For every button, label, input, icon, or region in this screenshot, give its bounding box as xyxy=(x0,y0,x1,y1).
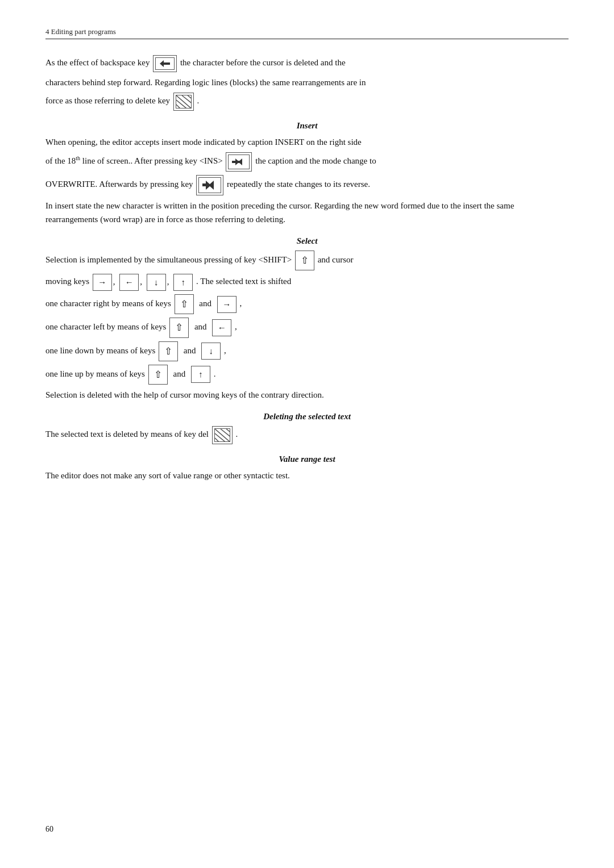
header-text: 4 Editing part programs xyxy=(45,27,116,36)
arrow-down-key-1: ↓ xyxy=(147,274,166,291)
svg-rect-10 xyxy=(202,183,206,186)
arrow-right-key-2: → xyxy=(217,296,237,313)
page-header: 4 Editing part programs xyxy=(45,27,569,39)
insert-para4: In insert state the new character is wri… xyxy=(45,199,569,226)
svg-line-3 xyxy=(188,95,191,100)
deleting-section: Deleting the selected text The selected … xyxy=(45,412,569,444)
select-line4: one line up by means of keys ⇧ and ↑ . xyxy=(45,365,569,385)
deleting-title: Deleting the selected text xyxy=(45,412,569,422)
arrow-left-key-1: ← xyxy=(119,274,139,291)
page-number: 60 xyxy=(45,825,53,834)
svg-rect-9 xyxy=(238,161,242,163)
insert-para2: of the 18th line of screen.. After press… xyxy=(45,152,569,172)
select-line2: one character left by means of keys ⇧ an… xyxy=(45,318,569,337)
deleting-para: The selected text is deleted by means of… xyxy=(45,426,569,444)
svg-line-5 xyxy=(176,105,182,108)
arrow-up-key-2: ↑ xyxy=(191,366,210,383)
insert-title: Insert xyxy=(45,121,569,131)
shift-key-4: ⇧ xyxy=(159,341,178,361)
insert-para3: OVERWRITE. Afterwards by pressing key re… xyxy=(45,175,569,195)
svg-marker-0 xyxy=(160,60,170,67)
delete-crosshatch-icon-2 xyxy=(215,429,230,441)
insert-section: Insert When opening, the editor accepts … xyxy=(45,121,569,226)
select-title: Select xyxy=(45,236,569,246)
select-line3: one line down by means of keys ⇧ and ↓ , xyxy=(45,341,569,361)
superscript-th: th xyxy=(76,155,80,161)
select-section: Select Selection is implemented by the s… xyxy=(45,236,569,402)
arrow-down-key-2: ↓ xyxy=(201,343,221,360)
delete-key xyxy=(173,93,194,111)
shift-key-5: ⇧ xyxy=(148,365,168,385)
select-last-para: Selection is deleted with the help of cu… xyxy=(45,388,569,402)
backspace-key xyxy=(153,55,177,72)
overwrite-key xyxy=(196,175,223,195)
arrow-right-key-1: → xyxy=(93,274,112,291)
shift-key-2: ⇧ xyxy=(175,294,194,314)
backspace-arrow-icon xyxy=(159,59,171,68)
delete-key-2 xyxy=(212,426,233,444)
ins-arrow-icon xyxy=(231,156,246,168)
svg-rect-6 xyxy=(232,161,235,163)
overwrite-arrow-icon xyxy=(202,179,218,191)
select-line1: one character right by means of keys ⇧ a… xyxy=(45,294,569,314)
insert-para1: When opening, the editor accepts insert … xyxy=(45,135,569,149)
backspace-para3: force as those referring to delete key . xyxy=(45,93,569,111)
select-para2: moving keys →, ←, ↓, ↑ . The selected te… xyxy=(45,274,569,291)
value-range-title: Value range test xyxy=(45,454,569,464)
backspace-section: As the effect of backspace key the chara… xyxy=(45,55,569,111)
value-range-section: Value range test The editor does not mak… xyxy=(45,454,569,482)
value-range-para: The editor does not make any sort of val… xyxy=(45,469,569,482)
svg-line-18 xyxy=(215,438,221,441)
ins-key xyxy=(226,152,252,172)
svg-rect-13 xyxy=(211,183,214,186)
shift-key-3: ⇧ xyxy=(169,318,189,337)
arrow-up-key-1: ↑ xyxy=(173,274,193,291)
shift-key-1: ⇧ xyxy=(295,251,314,270)
arrow-left-key-2: ← xyxy=(212,319,231,336)
svg-line-16 xyxy=(226,429,230,433)
select-para1: Selection is implemented by the simultan… xyxy=(45,251,569,270)
backspace-para2: characters behind step forward. Regardin… xyxy=(45,76,569,89)
delete-crosshatch-icon xyxy=(176,95,191,108)
backspace-para1: As the effect of backspace key the chara… xyxy=(45,55,569,72)
